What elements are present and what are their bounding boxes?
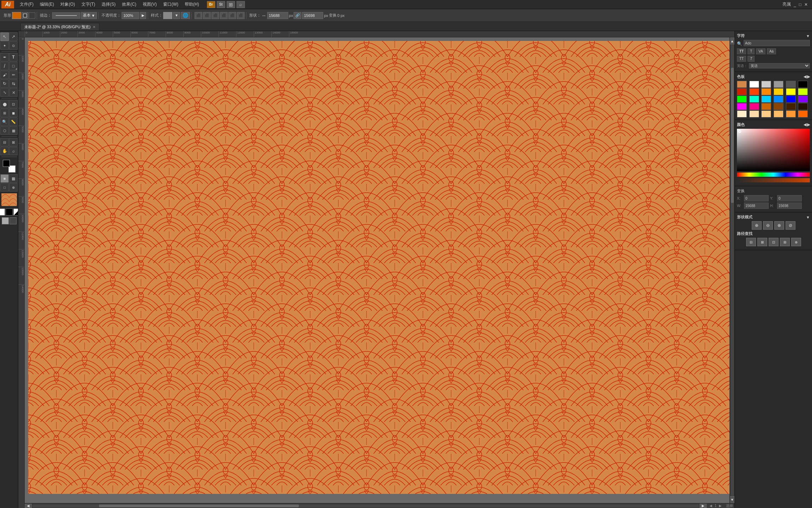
height-input[interactable] xyxy=(302,12,323,19)
swatch-amber[interactable] xyxy=(786,110,796,117)
unite-btn[interactable]: ⊕ xyxy=(752,221,762,230)
draw-inside-btn[interactable]: ⊕ xyxy=(9,183,18,192)
normal-mode-btn[interactable]: □ xyxy=(0,183,9,192)
shape-tool[interactable]: □ xyxy=(9,62,18,70)
swatch-peach[interactable] xyxy=(749,110,759,117)
paintbrush-tool[interactable]: 🖌 xyxy=(0,71,9,79)
stroke-preview[interactable] xyxy=(52,12,80,19)
white-fill-btn[interactable] xyxy=(0,208,5,216)
swatch-burnt-orange[interactable] xyxy=(761,103,771,110)
close-icon[interactable]: ✕ xyxy=(804,2,808,7)
pf-crop-btn[interactable]: ⊡ xyxy=(769,238,779,246)
font-italic2-btn[interactable]: T xyxy=(748,56,755,62)
intersect-btn[interactable]: ⊗ xyxy=(774,221,784,230)
slice-tool[interactable]: ⊠ xyxy=(9,138,18,146)
color-picker-expand[interactable]: ▶ xyxy=(807,122,810,127)
perspective-tool[interactable]: ⊡ xyxy=(9,100,18,108)
reflect-tool[interactable]: ⇆ xyxy=(9,79,18,88)
menu-text[interactable]: 文字(T) xyxy=(79,1,98,8)
line-tool[interactable]: / xyxy=(0,62,9,70)
hand-tool[interactable]: ✋ xyxy=(0,147,9,155)
gradient-fill-btn[interactable] xyxy=(13,208,19,216)
x-input[interactable] xyxy=(744,195,769,201)
global-color-btn[interactable]: 🌐 xyxy=(181,12,190,19)
swatch-brown[interactable] xyxy=(774,103,783,110)
pf-xor-btn[interactable]: ⊕ xyxy=(791,238,801,246)
pf-trim-btn[interactable]: ⊟ xyxy=(746,238,756,246)
alpha-slider[interactable] xyxy=(737,178,810,182)
swatch-purple[interactable] xyxy=(798,96,808,103)
v-scrollbar[interactable]: ▲ ▼ xyxy=(730,37,734,503)
font-size-btn[interactable]: TT xyxy=(737,56,746,62)
swatch-yellow-green[interactable] xyxy=(798,88,808,95)
width-tool[interactable]: ⬤ xyxy=(0,100,9,108)
minimize-icon[interactable]: _ xyxy=(794,2,796,7)
menu-help[interactable]: 帮助(H) xyxy=(182,1,202,8)
swatch-panel-title[interactable]: 色板 ◀ ▶ xyxy=(737,74,810,79)
pf-merge-btn[interactable]: ⊠ xyxy=(757,238,767,246)
scroll-left-btn[interactable]: ◀ xyxy=(25,504,32,508)
color-picker-collapse[interactable]: ◀ xyxy=(804,122,806,127)
opacity-input[interactable] xyxy=(122,12,139,19)
h-input[interactable] xyxy=(777,202,802,209)
swatch-cream[interactable] xyxy=(737,110,747,117)
w-input[interactable] xyxy=(744,202,769,209)
none-swatch[interactable] xyxy=(29,12,35,19)
h-scrollbar-thumb[interactable] xyxy=(99,504,299,507)
menu-edit[interactable]: 编辑(E) xyxy=(37,1,57,8)
magic-wand-tool[interactable]: ✦ xyxy=(0,41,9,50)
lasso-tool[interactable]: ⊙ xyxy=(9,41,18,50)
swatch-dark-brown[interactable] xyxy=(786,103,796,110)
warp-tool[interactable]: ⤨ xyxy=(9,88,18,97)
artboard-tool[interactable]: ⊟ xyxy=(0,138,9,146)
stock-button[interactable]: St xyxy=(217,1,225,8)
canvas-viewport[interactable]: ◀ ▶ ◀ 1 ▶ 选择 xyxy=(25,37,734,508)
swatch-very-dark-brown[interactable] xyxy=(798,103,808,110)
swatch-blue[interactable] xyxy=(774,96,783,103)
style-swatch[interactable] xyxy=(163,12,172,19)
font-italic-btn[interactable]: T xyxy=(748,48,755,54)
align-right-btn[interactable]: ⬛ xyxy=(211,12,219,19)
v-scrollbar-thumb[interactable] xyxy=(731,68,734,203)
menu-window[interactable]: 窗口(W) xyxy=(160,1,181,8)
character-panel-chevron[interactable]: ▼ xyxy=(806,34,810,38)
menu-select[interactable]: 选择(S) xyxy=(99,1,118,8)
blend-tool[interactable]: ⬡ xyxy=(0,126,9,135)
character-panel-title[interactable]: 字符 ▼ xyxy=(737,33,810,38)
swatch-dark-orange[interactable] xyxy=(798,110,808,117)
stroke-weight-dropdown[interactable]: 基本 ▼ xyxy=(81,12,97,19)
swatch-white[interactable] xyxy=(749,81,759,88)
align-top-btn[interactable]: ⬛ xyxy=(220,12,228,19)
swatch-green[interactable] xyxy=(737,96,747,103)
fill-swatch[interactable] xyxy=(12,12,21,19)
scroll-up-btn[interactable]: ▲ xyxy=(730,37,734,44)
gray-btn[interactable] xyxy=(2,217,9,224)
align-left-btn[interactable]: ⬛ xyxy=(195,12,202,19)
swatch-mango[interactable] xyxy=(774,110,783,117)
swatch-collapse-icon[interactable]: ◀ xyxy=(804,74,806,79)
dark-btn[interactable] xyxy=(10,217,17,224)
scroll-down-btn[interactable]: ▼ xyxy=(730,496,734,503)
gradient-mode-btn[interactable]: ▦ xyxy=(9,174,18,183)
swatch-teal[interactable] xyxy=(749,96,759,103)
pathfinder-title[interactable]: 路径查找 xyxy=(737,231,810,236)
lang-select[interactable]: 英语 xyxy=(749,63,810,68)
doc-tab-active[interactable]: 未标题-2* @ 33.33% (RGB/GPU 预览) ✕ xyxy=(20,23,99,31)
swatch-black[interactable] xyxy=(798,81,808,88)
font-name-input[interactable] xyxy=(744,40,810,46)
exclude-btn[interactable]: ⊘ xyxy=(786,221,795,230)
measure-tool[interactable]: 📏 xyxy=(9,117,18,126)
link-dims-btn[interactable]: 🔗 xyxy=(294,12,301,19)
doc-tab-close[interactable]: ✕ xyxy=(93,25,96,29)
scale-tool[interactable]: ⤡ xyxy=(0,88,9,97)
menu-object[interactable]: 对象(O) xyxy=(57,1,78,8)
prev-page-btn[interactable]: ◀ xyxy=(709,504,712,508)
swatch-light-orange[interactable] xyxy=(761,110,771,117)
type-tool[interactable]: T xyxy=(9,53,18,61)
fg-color-swatch[interactable] xyxy=(3,160,10,167)
color-picker-title[interactable]: 颜色 ◀ ▶ xyxy=(737,122,810,127)
swatch-pure-blue[interactable] xyxy=(786,96,796,103)
align-vcenter-btn[interactable]: ⬛ xyxy=(228,12,236,19)
appearance-expand-icon[interactable]: ▼ xyxy=(806,215,810,219)
swatch-red[interactable] xyxy=(737,88,747,95)
